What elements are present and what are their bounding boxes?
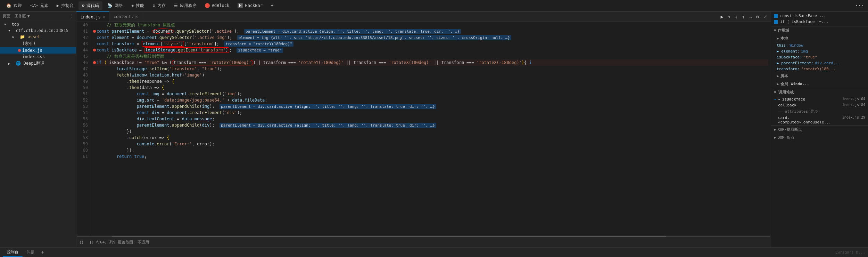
step-out-icon[interactable]: ↑	[741, 13, 746, 20]
stack-card-file: index.js:29	[842, 115, 865, 125]
bottom-tab-console[interactable]: 控制台	[3, 248, 23, 257]
scope-isbackface-key: isBackface:	[777, 55, 802, 59]
tab-elements[interactable]: </> 元素	[27, 1, 52, 10]
tab-console[interactable]: ▶ 控制台	[53, 1, 77, 10]
editor-area: index.js ✕ content.js ▶ ↷ ↓ ↑ → ⊘ ⤢	[76, 11, 771, 247]
tri-down-icon2: ▼	[8, 29, 10, 32]
expand-icon[interactable]: ⤢	[762, 14, 769, 20]
tab-network-label: 网络	[115, 3, 123, 9]
global-header-label: 全局	[780, 81, 788, 87]
step-over-icon[interactable]: ↷	[726, 13, 732, 20]
sidebar-header-left: 页面 工作区 ▼	[3, 14, 30, 19]
resume-icon[interactable]: ▶	[719, 13, 725, 20]
tab-source[interactable]: ⚙ 源代码	[78, 1, 102, 10]
local-header[interactable]: ▶ 本地	[771, 34, 868, 42]
adblock-icon	[205, 3, 210, 8]
sidebar-item-indexcss[interactable]: index.css	[0, 54, 76, 60]
close-indexjs-icon[interactable]: ✕	[103, 15, 105, 19]
right-panel: const isBackFace ... if ( isBackface !=.…	[771, 11, 868, 247]
global-header[interactable]: ▶ 全局 Windo...	[771, 80, 868, 88]
code-line-54: const div = document.createElement('div'…	[93, 110, 768, 116]
xhr-header[interactable]: ▶ XHR/提取断点	[774, 127, 865, 132]
code-line-43: const transform = element['style']['tran…	[93, 41, 768, 47]
scope-transform: transform: "rotateY(180...	[771, 66, 868, 72]
code-line-58: .catch(error => {	[93, 135, 768, 141]
step-icon[interactable]: →	[747, 13, 753, 20]
sidebar-item-indexjs[interactable]: index.js	[0, 47, 76, 54]
breakpoint-44[interactable]	[93, 49, 96, 51]
sidebar-item-asset[interactable]: ▶ 📁 asset	[0, 34, 76, 40]
stack-item-async: —— attributes(异步)	[771, 108, 868, 115]
checkbox-1[interactable]	[774, 14, 778, 18]
tab-add[interactable]: +	[267, 2, 277, 9]
watch-label-2: if ( isBackface !=...	[780, 19, 828, 24]
scrollbar-thumb[interactable]	[112, 236, 666, 237]
stack-item-card[interactable]: card.<computed>.onmousele... index.js:29	[771, 115, 868, 125]
horizontal-scrollbar[interactable]	[76, 235, 771, 238]
dom-header[interactable]: ▶ DOM 断点	[774, 135, 865, 140]
deactivate-icon[interactable]: ⊘	[755, 13, 760, 20]
sidebar-item-deepl[interactable]: ▶ 🌐 DeepL翻译	[0, 60, 76, 67]
more-icon[interactable]: ···	[854, 2, 865, 9]
sidebar-item-index-bracket[interactable]: (索引)	[0, 40, 76, 47]
breakpoint-41[interactable]	[93, 30, 96, 33]
stack-item-isbackface[interactable]: → → isBackface index.js:64	[771, 96, 868, 102]
performance-icon: ◈	[131, 3, 134, 8]
scope-element: ▶ element: img	[771, 48, 868, 54]
dot-indexjs	[18, 49, 21, 52]
scope-isbackface: isBackface: "true"	[771, 54, 868, 60]
tab-welcome-label: 欢迎	[14, 3, 22, 9]
script-header[interactable]: ▶ 脚本	[771, 72, 868, 80]
dot-deepl	[11, 62, 14, 65]
browser-chrome: 🏠 欢迎 </> 元素 ▶ 控制台 ⚙ 源代码 📡 网络 ◈ 性能 ⊙ 内存 ☰	[0, 0, 868, 11]
scope-transform-key: transform:	[777, 67, 800, 71]
add-panel-icon[interactable]: +	[39, 249, 47, 256]
tab-memory[interactable]: ⊙ 内存	[149, 1, 169, 10]
sidebar-page-label: 页面	[3, 14, 10, 19]
code-line-55: div.textContent = data.message;	[93, 116, 768, 122]
code-line-53: parentElement.appendChild(img); parentEl…	[93, 103, 768, 110]
bottom-bar: 控制台 问题 + Lwrzgo's D...	[0, 247, 868, 257]
bottom-tab-issues[interactable]: 问题	[23, 248, 39, 256]
editor-tab-indexjs[interactable]: index.js ✕	[76, 11, 109, 22]
dot-asset	[16, 35, 18, 38]
editor-tab-contentjs[interactable]: content.js	[109, 11, 143, 22]
breakpoint-46[interactable]	[93, 61, 96, 64]
sidebar-indexcss-label: index.css	[22, 54, 45, 59]
code-line-42: const element = document.querySelector('…	[93, 34, 768, 41]
tab-network[interactable]: 📡 网络	[104, 1, 126, 10]
code-line-50: .then(data => {	[93, 85, 768, 91]
tab-application[interactable]: ☰ 应用程序	[171, 1, 200, 10]
hackbar-icon: H	[238, 3, 243, 8]
checkbox-2[interactable]	[774, 20, 778, 24]
callstack-header-label: 调用堆栈	[778, 90, 794, 95]
script-header-label: 脚本	[780, 73, 788, 79]
stack-item-callback[interactable]: callback index.js:84	[771, 102, 868, 108]
callstack-header[interactable]: ▼ 调用堆栈	[771, 88, 868, 96]
scope-header[interactable]: ▼ 作用域	[771, 26, 868, 34]
scope-this-val: Window	[790, 43, 803, 48]
step-into-icon[interactable]: ↓	[733, 13, 739, 20]
sidebar-item-ctf[interactable]: ▼ ctf.ctbu.edu.cn:33815	[0, 27, 76, 34]
stack-arrow: →	[774, 97, 776, 102]
sidebar: 页面 工作区 ▼ ⋮ ▼ top ▼ ctf.ctbu.edu.cn:33815	[0, 11, 76, 247]
source-icon: ⚙	[82, 3, 84, 8]
callstack-collapse-icon: ▼	[774, 90, 776, 95]
status-position: {} 行64, 列9 覆盖范围: 不适用	[86, 238, 152, 246]
scope-transform-val: "rotateY(180...	[801, 67, 835, 71]
global-val: Windo...	[791, 82, 809, 86]
scope-element-val: img	[801, 49, 808, 54]
tab-welcome[interactable]: 🏠 欢迎	[3, 1, 25, 10]
sidebar-asset-label: 📁 asset	[20, 34, 40, 39]
sidebar-workspace-label: 工作区	[15, 14, 26, 19]
tab-performance[interactable]: ◈ 性能	[128, 1, 148, 10]
scope-this: this: Window	[771, 42, 868, 48]
elements-icon: </>	[30, 3, 38, 8]
tab-adblock[interactable]: AdBlock	[201, 2, 233, 9]
tab-hackbar-label: HackBar	[245, 3, 263, 8]
sidebar-menu-icon[interactable]: ⋮	[69, 14, 73, 18]
sidebar-deepl-label: 🌐 DeepL翻译	[16, 61, 44, 66]
sidebar-item-top[interactable]: ▼ top	[0, 21, 76, 27]
tab-performance-label: 性能	[136, 3, 144, 9]
tab-hackbar[interactable]: H HackBar	[234, 1, 266, 10]
